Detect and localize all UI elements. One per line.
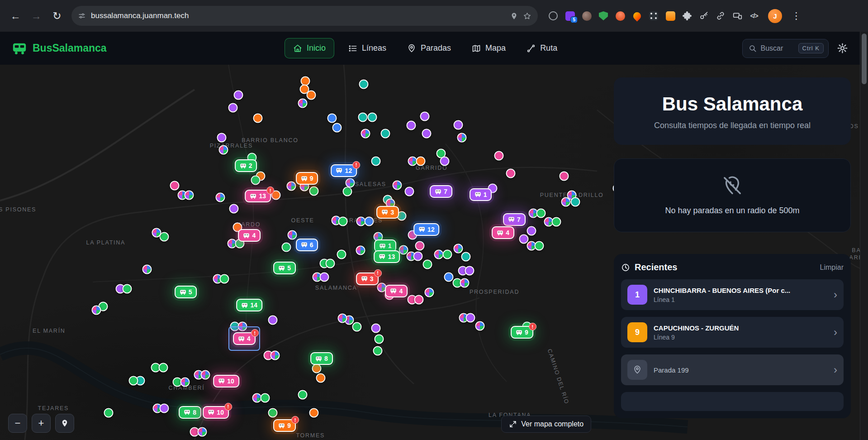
stop-marker[interactable]: [268, 315, 277, 325]
stop-marker[interactable]: [233, 91, 243, 100]
stop-marker[interactable]: [309, 408, 318, 418]
location-permission-icon[interactable]: [510, 12, 518, 20]
stop-marker[interactable]: [215, 192, 225, 202]
stop-marker[interactable]: [551, 217, 561, 227]
nav-item-ruta[interactable]: Ruta: [520, 38, 564, 58]
stop-marker[interactable]: [454, 120, 463, 130]
bus-line-badge[interactable]: 5: [273, 262, 296, 274]
extension-dice-icon[interactable]: [648, 10, 659, 21]
stop-marker[interactable]: [461, 252, 471, 261]
stop-marker[interactable]: [506, 169, 516, 178]
stop-marker[interactable]: [219, 145, 228, 155]
stop-marker[interactable]: [91, 306, 101, 315]
stop-marker[interactable]: [560, 172, 569, 181]
link-icon[interactable]: [715, 10, 726, 21]
stop-marker[interactable]: [185, 190, 194, 200]
stop-marker[interactable]: [325, 258, 335, 268]
stop-marker[interactable]: [298, 98, 308, 108]
devtools-code-icon[interactable]: </>: [749, 10, 759, 21]
bus-line-badge[interactable]: 14: [236, 299, 262, 311]
zoom-in-button[interactable]: +: [32, 414, 51, 433]
stop-marker[interactable]: [360, 129, 370, 138]
search-box[interactable]: Ctrl K: [742, 39, 829, 58]
map-canvas[interactable]: − + Ver mapa completo Bus Salamanca Cons…: [0, 65, 860, 440]
stop-marker[interactable]: [337, 313, 347, 323]
url-bar[interactable]: bussalamanca.juanman.tech: [71, 6, 538, 26]
recent-line-item[interactable]: 9 CAPUCHINOS - ZURGUÉN Línea 9 ›: [621, 317, 844, 348]
stop-marker[interactable]: [359, 80, 369, 89]
stop-marker[interactable]: [536, 209, 545, 218]
bookmark-star-icon[interactable]: [523, 12, 531, 20]
browser-forward-button[interactable]: →: [26, 6, 46, 26]
stop-marker[interactable]: [413, 251, 422, 261]
stop-marker[interactable]: [282, 242, 291, 252]
stop-marker[interactable]: [457, 133, 466, 142]
stop-marker[interactable]: [345, 178, 355, 188]
stop-marker[interactable]: [260, 393, 270, 403]
stop-marker[interactable]: [460, 278, 469, 288]
stop-marker[interactable]: [380, 129, 390, 138]
stop-marker[interactable]: [465, 266, 474, 276]
bus-line-badge[interactable]: 7: [503, 213, 526, 226]
stop-marker[interactable]: [415, 241, 424, 250]
stop-marker[interactable]: [526, 226, 536, 236]
stop-marker[interactable]: [253, 113, 263, 123]
stop-marker[interactable]: [312, 363, 321, 373]
bus-line-badge[interactable]: 12: [413, 223, 440, 236]
stop-marker[interactable]: [338, 216, 348, 226]
settings-gear-icon[interactable]: [837, 43, 848, 54]
stop-marker[interactable]: [128, 376, 138, 386]
stop-marker[interactable]: [364, 216, 374, 226]
stop-marker[interactable]: [270, 350, 280, 360]
clear-recents-link[interactable]: Limpiar: [820, 263, 844, 272]
recent-stop-item[interactable]: Parada 199 ›: [621, 354, 844, 385]
bus-line-badge[interactable]: 9!: [511, 326, 533, 339]
stop-marker[interactable]: [201, 370, 210, 379]
stop-marker[interactable]: [475, 321, 484, 330]
stop-marker[interactable]: [424, 288, 434, 297]
stop-marker[interactable]: [534, 241, 544, 250]
stop-marker[interactable]: [123, 284, 132, 293]
stop-marker[interactable]: [561, 197, 570, 207]
stop-marker[interactable]: [406, 121, 416, 130]
bus-line-badge[interactable]: 13!: [245, 190, 271, 202]
bus-line-badge[interactable]: 8: [179, 406, 201, 419]
devices-icon[interactable]: [732, 10, 743, 21]
stop-marker[interactable]: [368, 113, 377, 122]
stop-marker[interactable]: [393, 181, 402, 190]
stop-marker[interactable]: [422, 260, 432, 269]
stop-marker[interactable]: [152, 228, 161, 238]
recent-item-partial[interactable]: [621, 392, 844, 411]
bus-line-badge[interactable]: 1: [470, 188, 492, 201]
stop-marker[interactable]: [352, 322, 361, 332]
extension-circle-icon[interactable]: [548, 10, 559, 21]
stop-marker[interactable]: [420, 111, 430, 121]
nav-item-inicio[interactable]: Inicio: [285, 38, 334, 58]
stop-marker[interactable]: [373, 346, 382, 355]
stop-marker[interactable]: [228, 103, 238, 112]
bus-line-badge[interactable]: 3: [376, 206, 399, 219]
extension-shield-icon[interactable]: [598, 10, 609, 21]
stop-marker[interactable]: [358, 113, 368, 122]
stop-marker[interactable]: [220, 274, 229, 283]
stop-marker[interactable]: [519, 234, 528, 244]
bus-line-badge[interactable]: 4: [238, 229, 261, 242]
full-map-button[interactable]: Ver mapa completo: [501, 416, 591, 433]
stop-marker[interactable]: [309, 187, 318, 196]
page-scrollbar[interactable]: [860, 32, 868, 440]
bus-line-badge[interactable]: 10: [213, 375, 239, 387]
stop-marker[interactable]: [287, 181, 296, 191]
stop-marker[interactable]: [104, 408, 113, 418]
bus-line-badge[interactable]: 4: [385, 285, 408, 297]
stop-marker[interactable]: [251, 175, 260, 185]
stop-marker[interactable]: [298, 390, 308, 399]
bus-line-badge[interactable]: 10!: [203, 406, 229, 419]
stop-marker[interactable]: [454, 244, 463, 253]
profile-avatar[interactable]: J: [768, 9, 782, 23]
bus-line-badge[interactable]: 4: [492, 226, 514, 239]
stop-marker[interactable]: [494, 151, 503, 160]
stop-marker[interactable]: [337, 249, 346, 259]
stop-marker[interactable]: [416, 157, 425, 166]
bus-line-badge[interactable]: 9: [296, 172, 318, 185]
stop-marker[interactable]: [229, 204, 239, 214]
